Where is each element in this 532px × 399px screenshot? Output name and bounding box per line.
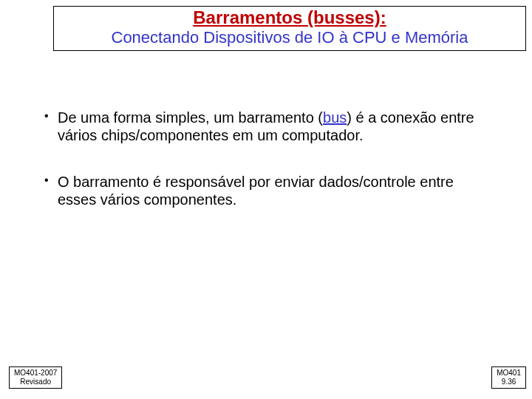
bullet-item: O barramento é responsável por enviar da… <box>44 174 488 208</box>
slide-title: Barramentos (busses): <box>58 8 521 27</box>
footer-left-line2: Revisado <box>14 378 57 386</box>
footer-left-line1: MO401-2007 <box>14 369 57 378</box>
footer-left-box: MO401-2007 Revisado <box>9 366 62 389</box>
footer-right-line2: 9.36 <box>497 378 521 386</box>
highlighted-term: bus <box>323 109 347 126</box>
bullet-item: De uma forma simples, um barramento (bus… <box>44 109 488 144</box>
header-box: Barramentos (busses): Conectando Disposi… <box>53 6 526 51</box>
slide-content: De uma forma simples, um barramento (bus… <box>44 109 488 238</box>
footer-right-box: MO401 9.36 <box>491 366 526 389</box>
bullet-text-pre: De uma forma simples, um barramento ( <box>58 109 323 126</box>
footer-right-line1: MO401 <box>497 369 521 378</box>
slide-subtitle: Conectando Dispositivos de IO à CPU e Me… <box>58 28 521 47</box>
bullet-text-pre: O barramento é responsável por enviar da… <box>58 174 454 208</box>
